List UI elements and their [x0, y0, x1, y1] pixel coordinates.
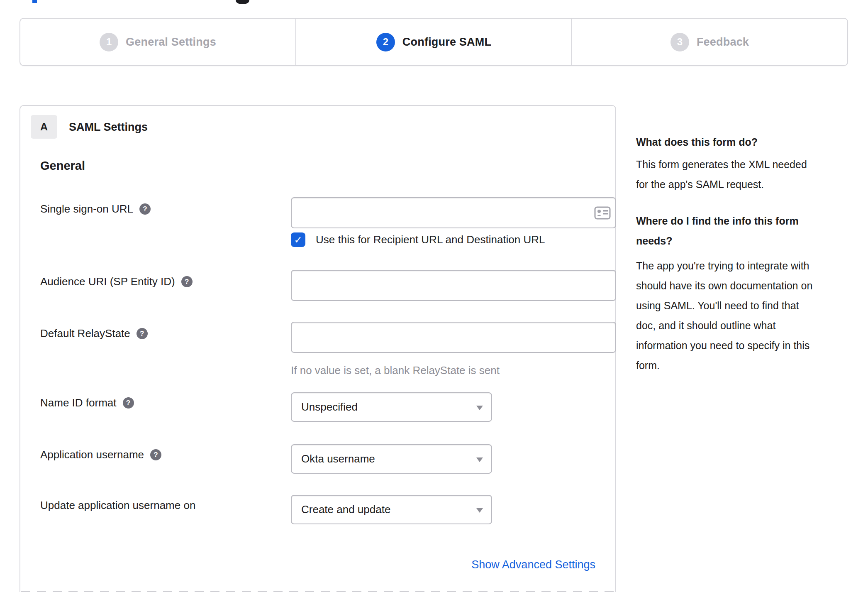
- chevron-down-icon: [476, 508, 483, 513]
- step-feedback[interactable]: 3 Feedback: [571, 19, 847, 65]
- sso-url-label: Single sign-on URL ?: [40, 197, 151, 215]
- step-2-badge: 2: [376, 33, 395, 51]
- app-username-label-text: Application username: [40, 448, 144, 461]
- help-q2-title-line: Where do I find the info this form: [636, 211, 799, 231]
- sso-url-help-icon[interactable]: ?: [139, 203, 151, 215]
- audience-uri-row: Audience URI (SP Entity ID) ?: [40, 270, 595, 301]
- recipient-destination-checkbox[interactable]: ✓: [291, 232, 305, 247]
- autofill-contact-icon[interactable]: [594, 206, 611, 220]
- nameid-format-row: Name ID format ? Unspecified: [40, 392, 595, 422]
- general-section-heading: General: [40, 159, 85, 173]
- sso-url-input[interactable]: [291, 197, 616, 228]
- audience-uri-input-wrap: [291, 270, 616, 301]
- help-q2-line: form.: [636, 355, 812, 375]
- step-general-settings[interactable]: 1 General Settings: [20, 19, 295, 65]
- sso-url-input-wrap: [291, 197, 616, 228]
- relaystate-row: Default RelayState ? If no value is set,…: [40, 322, 595, 377]
- help-q1-title-text: What does this form do?: [636, 134, 758, 150]
- nameid-format-label: Name ID format ?: [40, 392, 134, 409]
- audience-uri-label-text: Audience URI (SP Entity ID): [40, 275, 175, 288]
- relaystate-input[interactable]: [291, 322, 616, 353]
- help-q2-line: using SAML. You'll need to find that: [636, 296, 812, 316]
- relaystate-help-icon[interactable]: ?: [137, 328, 148, 339]
- step-3-label: Feedback: [697, 36, 749, 49]
- help-q2-line: doc, and it should outline what: [636, 316, 812, 335]
- nameid-format-value: Unspecified: [301, 401, 358, 413]
- help-q2-title: Where do I find the info this form needs…: [636, 211, 799, 251]
- sso-url-row: Single sign-on URL ?: [40, 197, 595, 228]
- nameid-format-label-text: Name ID format: [40, 396, 117, 409]
- app-username-label: Application username ?: [40, 444, 161, 461]
- update-username-select[interactable]: Create and update: [291, 495, 492, 524]
- step-configure-saml[interactable]: 2 Configure SAML: [295, 19, 571, 65]
- help-q2-line: The app you're trying to integrate with: [636, 256, 812, 276]
- recipient-destination-check-row: ✓ Use this for Recipient URL and Destina…: [291, 232, 545, 247]
- relaystate-input-wrap: If no value is set, a blank RelayState i…: [291, 322, 616, 377]
- audience-uri-input[interactable]: [291, 270, 616, 301]
- relaystate-label: Default RelayState ?: [40, 322, 148, 340]
- show-advanced-settings-link[interactable]: Show Advanced Settings: [471, 558, 595, 571]
- card-title: SAML Settings: [69, 121, 148, 134]
- help-q1-line: This form generates the XML needed: [636, 154, 807, 174]
- step-3-badge: 3: [671, 33, 689, 51]
- nameid-format-help-icon[interactable]: ?: [123, 397, 134, 409]
- help-q1-line: for the app's SAML request.: [636, 174, 807, 194]
- relaystate-helper-text: If no value is set, a blank RelayState i…: [291, 364, 616, 377]
- help-q2-title-line: needs?: [636, 231, 799, 251]
- cropped-dark-icon-fragment: [236, 0, 249, 4]
- cropped-blue-tab-fragment: [32, 0, 37, 3]
- app-username-row: Application username ? Okta username: [40, 444, 595, 474]
- wizard-stepper: 1 General Settings 2 Configure SAML 3 Fe…: [20, 18, 848, 66]
- audience-uri-help-icon[interactable]: ?: [181, 276, 193, 287]
- chevron-down-icon: [476, 457, 483, 462]
- update-username-label-text: Update application username on: [40, 499, 195, 512]
- nameid-format-select[interactable]: Unspecified: [291, 392, 492, 422]
- help-q2-line: should have its own documentation on: [636, 276, 812, 296]
- help-q1-body: This form generates the XML needed for t…: [636, 154, 807, 194]
- app-username-value: Okta username: [301, 453, 375, 465]
- step-2-label: Configure SAML: [402, 36, 491, 49]
- app-username-select[interactable]: Okta username: [291, 444, 492, 474]
- audience-uri-label: Audience URI (SP Entity ID) ?: [40, 270, 193, 288]
- relaystate-label-text: Default RelayState: [40, 327, 130, 340]
- chevron-down-icon: [476, 406, 483, 410]
- app-username-help-icon[interactable]: ?: [150, 449, 161, 460]
- recipient-destination-checkbox-label: Use this for Recipient URL and Destinati…: [316, 233, 545, 246]
- update-username-row: Update application username on Create an…: [40, 495, 595, 524]
- help-q1-title: What does this form do?: [636, 134, 758, 150]
- update-username-value: Create and update: [301, 503, 390, 516]
- help-q2-body: The app you're trying to integrate with …: [636, 256, 812, 375]
- sso-url-label-text: Single sign-on URL: [40, 203, 133, 215]
- help-q2-line: information you need to specify in this: [636, 335, 812, 355]
- configure-saml-page: 1 General Settings 2 Configure SAML 3 Fe…: [0, 0, 868, 592]
- step-1-label: General Settings: [126, 36, 216, 49]
- saml-settings-card: A SAML Settings General Single sign-on U…: [20, 105, 616, 592]
- step-1-badge: 1: [100, 33, 118, 51]
- update-username-label: Update application username on: [40, 495, 195, 512]
- section-a-badge: A: [31, 115, 57, 139]
